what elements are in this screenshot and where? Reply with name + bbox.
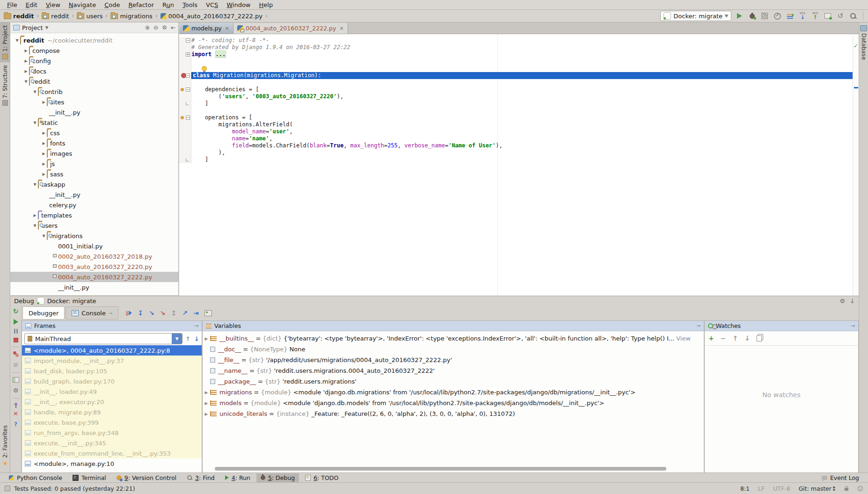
close-icon[interactable]: × <box>339 25 343 31</box>
pause-icon[interactable] <box>14 329 18 334</box>
code-line[interactable]: ] <box>179 100 853 107</box>
chevron-collapsed-icon[interactable]: ▶ <box>203 401 210 406</box>
caret-position[interactable]: 8:1 <box>740 485 750 492</box>
changes-icon[interactable] <box>823 11 832 21</box>
frame-row[interactable]: <module>, 0004_auto_20160327_2222.py:8 <box>22 345 202 356</box>
profiler-icon[interactable] <box>773 11 782 21</box>
frame-row[interactable]: run_from_argv, base.py:348 <box>22 428 202 438</box>
tree-item-reddit[interactable]: ▼reddit~/cookiecutter/reddit <box>10 35 178 45</box>
toolwindow-button-3-find[interactable]: 3: Find <box>182 473 219 482</box>
run-icon[interactable] <box>735 11 744 21</box>
tree-item-reddit[interactable]: ▼reddit <box>10 76 178 87</box>
chevron-collapsed-icon[interactable]: ▶ <box>203 336 210 341</box>
tree-item-migrations[interactable]: ▼migrations <box>10 231 178 241</box>
frame-row[interactable]: __init__, loader.py:49 <box>22 386 202 397</box>
variable-row[interactable]: __name__={str}'reddit.users.migrations.0… <box>203 365 704 376</box>
event-log-button[interactable]: Event Log <box>817 473 863 482</box>
view-breakpoints-icon[interactable] <box>13 351 19 357</box>
hide-panel-icon[interactable]: ↓ <box>850 298 855 305</box>
settings-icon[interactable]: ⚙ <box>13 387 19 394</box>
menu-item-vcs[interactable]: VCS <box>202 1 222 9</box>
tree-item-__init__-py[interactable]: __init__.py <box>10 107 178 117</box>
code-line[interactable]: − operations = [ <box>179 114 853 121</box>
toolwindow-button-9-version-control[interactable]: 9: Version Control <box>112 473 181 482</box>
status-message[interactable]: Tests Passed: 0 passed (yesterday 22:21) <box>14 485 135 492</box>
code-line[interactable]: ('users', '0003_auto_20160327_2220'), <box>179 93 853 100</box>
hide-panel-icon[interactable]: ⇤ <box>171 24 175 31</box>
debug-tab-debugger[interactable]: Debugger <box>22 306 65 320</box>
editor-tab-0004_auto_20160327_2222-py[interactable]: 0004_auto_20160327_2222.py× <box>233 23 348 34</box>
chevron-expanded-icon[interactable]: ▼ <box>32 90 38 94</box>
breadcrumb-item[interactable]: 0004_auto_20160327_2222.py <box>160 13 263 20</box>
chevron-collapsed-icon[interactable]: ▶ <box>203 390 210 395</box>
add-watch-icon[interactable]: + <box>708 334 714 342</box>
thread-select[interactable]: MainThread ▼ <box>24 333 182 344</box>
variable-row[interactable]: ▶__builtins__={dict}{'bytearray': <type … <box>203 333 704 344</box>
breadcrumb-item[interactable]: migrations <box>109 13 153 20</box>
float-panel-icon[interactable]: → <box>851 323 855 329</box>
vcs-commit-icon[interactable]: VCS↑ <box>810 11 820 21</box>
rerun-icon[interactable]: ↻ <box>13 307 19 315</box>
tree-item-0002_auto_20160327_2018-py[interactable]: 0002_auto_20160327_2018.py <box>10 251 178 262</box>
toolwindow-button-6-todo[interactable]: 6: TODO <box>301 473 343 482</box>
tree-item-config[interactable]: ▶config <box>10 56 178 66</box>
frame-row[interactable]: __init__, executor.py:20 <box>22 397 202 407</box>
show-execution-point-icon[interactable] <box>126 311 132 315</box>
variable-row[interactable]: __package__={str}'reddit.users.migration… <box>203 376 704 387</box>
chevron-collapsed-icon[interactable]: ▶ <box>23 49 29 53</box>
next-frame-icon[interactable]: ↓ <box>194 335 199 342</box>
menu-item-window[interactable]: Window <box>222 1 255 9</box>
line-ending[interactable]: LF <box>758 485 765 492</box>
menu-item-edit[interactable]: Edit <box>22 1 42 9</box>
collapse-all-icon[interactable]: ⊖ <box>153 24 158 31</box>
menu-item-view[interactable]: View <box>42 1 65 9</box>
menu-item-code[interactable]: Code <box>100 1 124 9</box>
tree-item-__init__-py[interactable]: __init__.py <box>10 189 178 200</box>
chevron-expanded-icon[interactable]: ▼ <box>32 182 38 187</box>
run-config-select[interactable]: Docker: migrate ▼ <box>660 11 731 21</box>
fold-marker-icon[interactable]: − <box>186 38 190 43</box>
coverage-icon[interactable] <box>760 11 769 21</box>
editor-content[interactable]: −# -*- coding: utf-8 -*-# Generated by D… <box>179 34 859 296</box>
chevron-collapsed-icon[interactable]: ▶ <box>32 213 38 218</box>
menu-item-help[interactable]: Help <box>255 1 277 9</box>
code-line[interactable] <box>179 107 853 114</box>
toolwindow-button-terminal[interactable]: Terminal <box>68 473 110 482</box>
tree-item-0001_initial-py[interactable]: 0001_initial.py <box>10 241 178 251</box>
toolwindow-button-4-run[interactable]: 4: Run <box>221 473 255 482</box>
chevron-expanded-icon[interactable]: ▼ <box>32 224 38 228</box>
tree-item-fonts[interactable]: ▶fonts <box>10 138 178 148</box>
variable-row[interactable]: ▶migrations={module}<module 'django.db.m… <box>203 387 704 398</box>
code-line[interactable]: ] <box>179 156 853 163</box>
close-icon[interactable]: × <box>225 25 229 31</box>
close-icon[interactable]: × <box>13 410 18 417</box>
code-line[interactable]: model_name='user', <box>179 128 853 135</box>
previous-frame-icon[interactable]: ↑ <box>185 335 190 342</box>
frame-row[interactable]: execute, __init__.py:345 <box>22 438 202 448</box>
variable-row[interactable]: __doc__={NoneType}None <box>203 344 704 355</box>
tree-item-celery-py[interactable]: celery.py <box>10 200 178 210</box>
inspection-profile-icon[interactable]: ☺ <box>857 485 863 492</box>
chevron-collapsed-icon[interactable]: ▶ <box>41 100 47 104</box>
view-link[interactable]: View <box>676 335 691 342</box>
menu-item-run[interactable]: Run <box>158 1 178 9</box>
code-line[interactable] <box>179 65 853 72</box>
menu-item-tools[interactable]: Tools <box>178 1 202 9</box>
frame-row[interactable]: <module>, manage.py:10 <box>22 458 202 469</box>
variable-row[interactable]: ▶unicode_literals={instance}_Feature: _F… <box>203 408 704 419</box>
code-line[interactable]: # Generated by Django 1.9.4 on 2016-03-2… <box>179 44 853 51</box>
code-line[interactable]: migrations.AlterField( <box>179 121 853 128</box>
tree-item-js[interactable]: ▶js <box>10 159 178 169</box>
menu-item-refactor[interactable]: Refactor <box>124 1 158 9</box>
intention-bulb-icon[interactable] <box>202 66 207 71</box>
frame-row[interactable]: import_module, __init__.py:37 <box>22 356 202 366</box>
settings-icon[interactable]: ⚙ <box>839 298 845 305</box>
code-line[interactable]: −class Migration(migrations.Migration): <box>179 72 853 79</box>
float-panel-icon[interactable]: → <box>696 323 700 329</box>
force-step-into-icon[interactable]: ↘ <box>160 309 166 317</box>
chevron-expanded-icon[interactable]: ▼ <box>32 121 38 125</box>
move-down-icon[interactable]: ↓ <box>744 334 750 342</box>
variable-row[interactable]: __file__={str}'/app/reddit/users/migrati… <box>203 355 704 365</box>
tree-item-static[interactable]: ▼static <box>10 117 178 128</box>
chevron-collapsed-icon[interactable]: ▶ <box>203 412 210 416</box>
